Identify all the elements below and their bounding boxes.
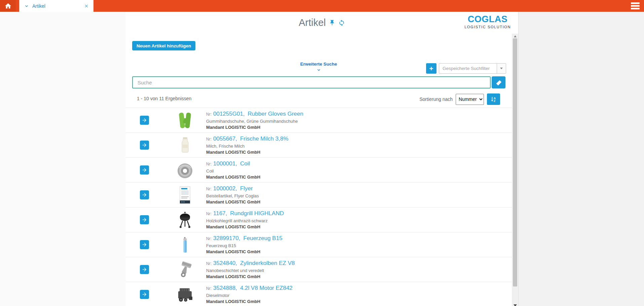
page-title: Artikel xyxy=(299,17,326,28)
nr-label: Nr: xyxy=(206,162,212,166)
dropdown-caret-icon[interactable] xyxy=(497,64,506,73)
arrow-right-icon xyxy=(142,242,147,247)
article-description: Coil xyxy=(206,168,260,174)
scroll-down-icon[interactable] xyxy=(514,304,517,306)
article-number-link[interactable]: 1167, xyxy=(213,210,227,217)
clear-search-button[interactable] xyxy=(492,76,505,88)
open-article-button[interactable] xyxy=(140,190,149,199)
article-mandant: Mandant LOGISTIC GmbH xyxy=(206,150,289,155)
article-row: Nr: 1000001, Coil Coil Mandant LOGISTIC … xyxy=(125,157,512,182)
piston-image xyxy=(176,260,194,279)
tab-artikel[interactable]: Artikel xyxy=(19,0,93,12)
open-article-button[interactable] xyxy=(140,165,149,175)
open-article-button[interactable] xyxy=(140,265,149,274)
article-info: Nr: 32899170, Feuerzeug B15 Feuerzeug B1… xyxy=(206,235,282,254)
article-number-link[interactable]: 32899170, xyxy=(213,235,240,242)
nr-label: Nr: xyxy=(206,112,212,117)
article-info: Nr: 0055667, Frische Milch 3,8% Milch, F… xyxy=(206,136,289,155)
article-name-link[interactable]: Frische Milch 3,8% xyxy=(240,136,289,142)
article-info: Nr: 001255G01, Rubber Gloves Green Gummi… xyxy=(206,111,303,130)
sort-alpha-desc-icon: A Z xyxy=(490,96,497,103)
coil-image xyxy=(176,161,194,180)
pin-icon[interactable] xyxy=(329,20,335,26)
article-row: Nr: 3524840, Zylinderkolben EZ V8 Nanobe… xyxy=(125,257,512,282)
article-row: Nr: 3524888, 4.2l V8 Motor EZ842 Dieselm… xyxy=(125,282,512,306)
scrollbar-thumb[interactable] xyxy=(513,38,517,286)
chevron-down-icon xyxy=(316,67,321,73)
menu-icon[interactable] xyxy=(631,2,640,9)
article-number-link[interactable]: 3524888, xyxy=(213,285,237,292)
nr-label: Nr: xyxy=(206,236,212,241)
open-article-button[interactable] xyxy=(140,116,149,125)
article-description: Beistellartikel, Flyer Coglas xyxy=(206,193,260,198)
refresh-icon[interactable] xyxy=(338,20,345,26)
svg-text:Z: Z xyxy=(494,99,495,103)
add-filter-button[interactable]: + xyxy=(426,63,437,74)
article-description: Nanobeschichtet und veredelt xyxy=(206,268,295,273)
article-number-link[interactable]: 0055667, xyxy=(213,136,237,142)
article-description: Feuerzeug B15 xyxy=(206,243,282,248)
article-list: Nr: 001255G01, Rubber Gloves Green Gummi… xyxy=(125,108,512,306)
article-description: Milch, Frische Milch xyxy=(206,144,289,149)
article-name-link[interactable]: Rubber Gloves Green xyxy=(248,111,303,117)
vertical-scrollbar[interactable] xyxy=(512,34,518,306)
article-mandant: Mandant LOGISTIC GmbH xyxy=(206,274,295,279)
milk-bottle-image xyxy=(176,136,194,155)
open-article-button[interactable] xyxy=(140,215,149,224)
article-row: Nr: 1000002, Flyer Beistellartikel, Flye… xyxy=(125,182,512,207)
article-description: Dieselmotor xyxy=(206,293,293,298)
arrow-right-icon xyxy=(142,142,147,148)
open-article-button[interactable] xyxy=(140,290,149,299)
article-name-link[interactable]: 4.2l V8 Motor EZ842 xyxy=(240,285,293,292)
close-icon[interactable] xyxy=(84,4,89,8)
article-row: Nr: 32899170, Feuerzeug B15 Feuerzeug B1… xyxy=(125,232,512,257)
article-name-link[interactable]: Feuerzeug B15 xyxy=(243,235,282,242)
article-number-link[interactable]: 1000002, xyxy=(213,185,237,192)
nr-label: Nr: xyxy=(206,286,212,291)
nr-label: Nr: xyxy=(206,212,212,216)
article-info: Nr: 3524888, 4.2l V8 Motor EZ842 Dieselm… xyxy=(206,285,293,304)
article-mandant: Mandant LOGISTIC GmbH xyxy=(206,125,303,130)
article-info: Nr: 1167, Rundgrill HIGHLAND Holzkohlegr… xyxy=(206,210,284,229)
sort-label: Sortierung nach xyxy=(419,97,453,102)
main-panel: Artikel COGLAS LOGISTIC SOLUTION Neuen A… xyxy=(125,12,518,306)
flyer-image xyxy=(176,186,194,204)
eraser-icon xyxy=(495,79,502,86)
saved-filter-dropdown[interactable]: Gespeicherte Suchfilter xyxy=(439,63,506,74)
open-article-button[interactable] xyxy=(140,240,149,249)
arrow-right-icon xyxy=(142,117,147,123)
article-name-link[interactable]: Zylinderkolben EZ V8 xyxy=(240,260,295,267)
article-name-link[interactable]: Coil xyxy=(240,160,250,167)
article-number-link[interactable]: 3524840, xyxy=(213,260,237,267)
article-mandant: Mandant LOGISTIC GmbH xyxy=(206,299,293,304)
search-input[interactable] xyxy=(132,76,491,88)
article-name-link[interactable]: Rundgrill HIGHLAND xyxy=(230,210,284,217)
arrow-right-icon xyxy=(142,217,147,223)
scroll-viewport: Neuen Artikel hinzufügen Erweiterte Such… xyxy=(125,34,512,306)
article-row: Nr: 1167, Rundgrill HIGHLAND Holzkohlegr… xyxy=(125,207,512,232)
open-article-button[interactable] xyxy=(140,141,149,150)
article-description: Holzkohlegrill anthrazit-schwarz xyxy=(206,218,284,223)
article-number-link[interactable]: 1000001, xyxy=(213,160,237,167)
article-mandant: Mandant LOGISTIC GmbH xyxy=(206,224,284,229)
article-info: Nr: 1000001, Coil Coil Mandant LOGISTIC … xyxy=(206,160,260,180)
sort-select[interactable]: Nummer xyxy=(456,94,484,105)
panel-header: Artikel xyxy=(125,12,518,34)
logo-tagline: LOGISTIC SOLUTION xyxy=(464,25,511,29)
arrow-right-icon xyxy=(142,192,147,198)
sort-direction-button[interactable]: A Z xyxy=(487,93,500,105)
article-number-link[interactable]: 001255G01, xyxy=(213,111,245,117)
article-mandant: Mandant LOGISTIC GmbH xyxy=(206,199,260,204)
article-name-link[interactable]: Flyer xyxy=(240,185,253,192)
scroll-up-icon[interactable] xyxy=(514,35,517,37)
chevron-down-icon[interactable] xyxy=(24,3,29,9)
nr-label: Nr: xyxy=(206,137,212,142)
rubber-gloves-image xyxy=(176,111,194,130)
page-background-right xyxy=(518,12,644,306)
article-info: Nr: 1000002, Flyer Beistellartikel, Flye… xyxy=(206,185,260,204)
arrow-right-icon xyxy=(142,167,147,173)
lighter-image xyxy=(176,235,194,254)
add-article-button[interactable]: Neuen Artikel hinzufügen xyxy=(132,41,195,50)
article-description: Gummihandschuhe, Grüne Gummihandschuhe xyxy=(206,119,303,124)
home-button[interactable] xyxy=(0,0,16,12)
